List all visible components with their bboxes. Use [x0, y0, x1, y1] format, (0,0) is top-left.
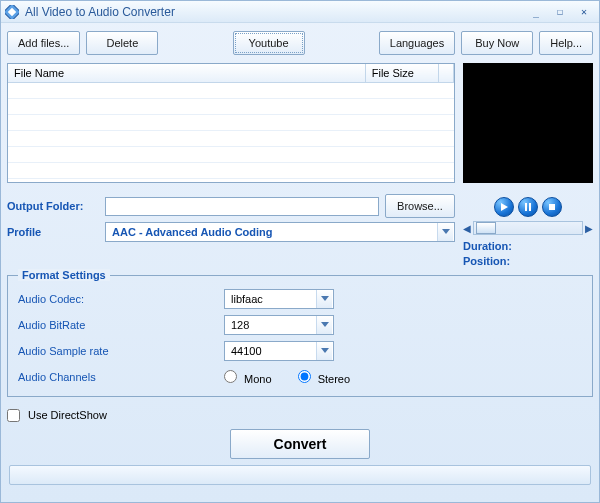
output-folder-input[interactable]	[105, 197, 379, 216]
svg-marker-8	[321, 322, 329, 327]
stereo-radio[interactable]: Stereo	[298, 370, 350, 385]
svg-marker-9	[321, 348, 329, 353]
svg-rect-5	[529, 203, 531, 211]
audio-channels-label: Audio Channels	[18, 371, 218, 383]
audio-codec-value: libfaac	[225, 293, 315, 305]
app-window: All Video to Audio Converter _ ☐ ✕ Add f…	[0, 0, 600, 503]
languages-button[interactable]: Languages	[379, 31, 455, 55]
buy-now-button[interactable]: Buy Now	[461, 31, 533, 55]
preview-pane	[463, 63, 593, 183]
column-header-spacer	[439, 64, 454, 82]
use-directshow-label: Use DirectShow	[28, 409, 107, 421]
stereo-radio-input[interactable]	[298, 370, 311, 383]
dropdown-arrow-icon	[316, 290, 332, 308]
column-header-size[interactable]: File Size	[365, 64, 439, 82]
titlebar: All Video to Audio Converter _ ☐ ✕	[1, 1, 599, 23]
maximize-button[interactable]: ☐	[553, 5, 567, 19]
profile-label: Profile	[7, 226, 99, 238]
dropdown-arrow-icon	[437, 223, 453, 241]
app-logo-icon	[5, 5, 19, 19]
audio-codec-label: Audio Codec:	[18, 293, 218, 305]
stereo-radio-label: Stereo	[318, 373, 350, 385]
status-bar	[9, 465, 591, 485]
file-list[interactable]: File Name File Size	[7, 63, 455, 183]
svg-rect-6	[549, 204, 555, 210]
browse-button[interactable]: Browse...	[385, 194, 455, 218]
play-button[interactable]	[494, 197, 514, 217]
audio-bitrate-combo[interactable]: 128	[224, 315, 334, 335]
use-directshow-checkbox[interactable]	[7, 409, 20, 422]
client-area: Add files... Delete Youtube Languages Bu…	[1, 23, 599, 502]
profile-value: AAC - Advanced Audio Coding	[106, 226, 436, 238]
output-folder-label: Output Folder:	[7, 200, 99, 212]
playback-controls	[463, 193, 593, 217]
close-button[interactable]: ✕	[577, 5, 591, 19]
help-button[interactable]: Help...	[539, 31, 593, 55]
seek-left-icon[interactable]: ◀	[463, 223, 471, 234]
seek-bar[interactable]: ◀ ▶	[463, 217, 593, 235]
mono-radio[interactable]: Mono	[224, 370, 272, 385]
audio-sample-label: Audio Sample rate	[18, 345, 218, 357]
audio-codec-combo[interactable]: libfaac	[224, 289, 334, 309]
window-controls: _ ☐ ✕	[529, 5, 595, 19]
minimize-button[interactable]: _	[529, 5, 543, 19]
add-files-button[interactable]: Add files...	[7, 31, 80, 55]
svg-marker-3	[501, 203, 508, 211]
mono-radio-label: Mono	[244, 373, 272, 385]
dropdown-arrow-icon	[316, 342, 332, 360]
position-label: Position:	[463, 254, 593, 269]
audio-sample-combo[interactable]: 44100	[224, 341, 334, 361]
duration-label: Duration:	[463, 239, 593, 254]
audio-sample-value: 44100	[225, 345, 315, 357]
stop-button[interactable]	[542, 197, 562, 217]
seek-thumb[interactable]	[476, 222, 496, 234]
dropdown-arrow-icon	[316, 316, 332, 334]
seek-track[interactable]	[473, 221, 583, 235]
format-settings-legend: Format Settings	[18, 269, 110, 281]
convert-button[interactable]: Convert	[230, 429, 370, 459]
window-title: All Video to Audio Converter	[25, 5, 175, 19]
profile-combo[interactable]: AAC - Advanced Audio Coding	[105, 222, 455, 242]
column-header-name[interactable]: File Name	[8, 64, 365, 82]
main-toolbar: Add files... Delete Youtube Languages Bu…	[7, 29, 593, 63]
mono-radio-input[interactable]	[224, 370, 237, 383]
format-settings-group: Format Settings Audio Codec: libfaac Aud…	[7, 275, 593, 397]
audio-bitrate-label: Audio BitRate	[18, 319, 218, 331]
pause-button[interactable]	[518, 197, 538, 217]
delete-button[interactable]: Delete	[86, 31, 158, 55]
audio-bitrate-value: 128	[225, 319, 315, 331]
svg-marker-2	[442, 229, 450, 234]
seek-right-icon[interactable]: ▶	[585, 223, 593, 234]
youtube-button[interactable]: Youtube	[233, 31, 305, 55]
svg-marker-7	[321, 296, 329, 301]
svg-rect-4	[525, 203, 527, 211]
